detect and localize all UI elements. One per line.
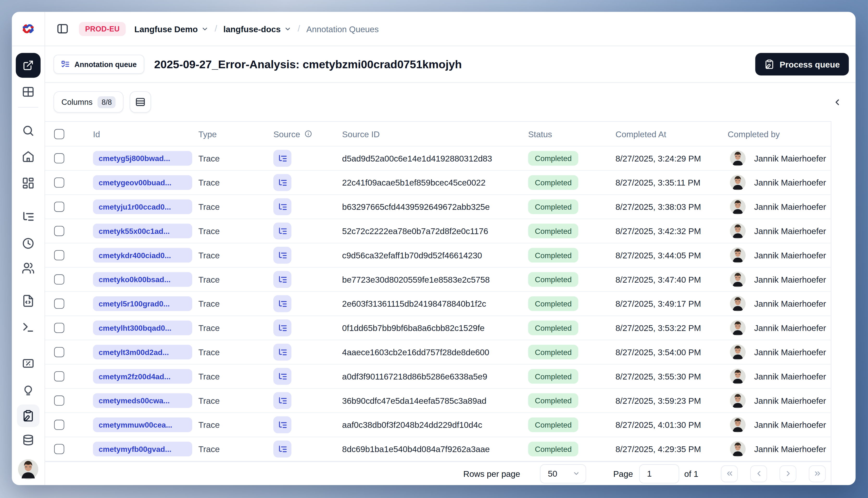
completed-by-avatar [730,272,746,287]
row-checkbox[interactable] [54,371,64,381]
item-id-badge[interactable]: cmetyg5j800bwad... [93,151,192,166]
table-row[interactable]: cmetymyfb00gvad... Trace 8dc69b1ba1e540b… [45,437,831,461]
sidebar-item-insights[interactable] [22,384,35,397]
status-badge: Completed [528,442,578,456]
status-badge: Completed [528,248,578,262]
sidebar-item-users[interactable] [22,262,35,275]
item-id-badge[interactable]: cmetykdr400ciad0... [93,248,192,262]
sidebar-item-home[interactable] [22,150,35,163]
trace-source-button[interactable] [273,368,292,385]
item-id-badge[interactable]: cmetyju1r00ccad0... [93,199,192,214]
sidebar-item-evaluators[interactable] [22,357,35,370]
collapse-panel-button[interactable] [829,93,845,110]
search-icon [22,124,35,137]
row-checkbox[interactable] [54,202,64,212]
item-id-badge[interactable]: cmetylht300bqad0... [93,320,192,335]
sidebar-item-datasets[interactable] [22,434,35,447]
previous-page-button[interactable] [750,465,767,482]
page-number-input[interactable] [639,464,679,483]
completed-by-avatar [730,417,746,433]
table-row[interactable]: cmetylht300bqad0... Trace 0f1dd65b7bb9bf… [45,316,831,340]
environment-badge[interactable]: PROD-EU [79,22,126,36]
pagination-bar: Rows per page 50 Page of 1 [45,461,831,485]
sidebar-item-tables[interactable] [22,85,35,98]
table-row[interactable]: cmetyk55x00c1ad... Trace 52c72c2222ea78e… [45,219,831,244]
trace-source-button[interactable] [273,150,292,167]
rows-per-page-label: Rows per page [463,469,520,478]
status-badge: Completed [528,199,578,214]
trace-source-button[interactable] [273,223,292,239]
table-row[interactable]: cmetyko0k00bsad... Trace be7723e30d80205… [45,267,831,292]
trace-source-button[interactable] [273,416,292,433]
sidebar-item-annotation-queues[interactable] [17,405,39,427]
organization-selector[interactable]: Langfuse Demo [134,24,208,34]
trace-source-button[interactable] [273,344,292,361]
trace-source-button[interactable] [273,319,292,336]
trace-source-button[interactable] [273,174,292,191]
table-row[interactable]: cmetygeov00buad... Trace 22c41f09acae5b1… [45,171,831,195]
completed-by-name: Jannik Maierhoefer [754,299,826,309]
sidebar-item-sessions[interactable] [22,237,35,250]
row-checkbox[interactable] [54,226,64,236]
completed-by-name: Jannik Maierhoefer [754,275,826,284]
next-page-button[interactable] [779,465,796,482]
item-id-badge[interactable]: cmetymeds00cwa... [93,393,192,408]
main-content: PROD-EU Langfuse Demo / langfuse-docs / … [45,12,856,485]
row-checkbox[interactable] [54,250,64,260]
trace-source-button[interactable] [273,392,292,409]
item-id-badge[interactable]: cmetyko0k00bsad... [93,272,192,287]
item-type: Trace [198,178,220,187]
sidebar-item-tracing[interactable] [22,211,35,224]
item-id-badge[interactable]: cmetylt3m00d2ad... [93,345,192,359]
table-row[interactable]: cmetylt3m00d2ad... Trace 4aaece1603cb2e1… [45,340,831,365]
item-id-badge[interactable]: cmetyl5r100grad0... [93,296,192,311]
row-checkbox[interactable] [54,178,64,187]
completed-by-avatar [730,296,746,312]
item-id-badge[interactable]: cmetymyfb00gvad... [93,442,192,456]
table-row[interactable]: cmetyg5j800bwad... Trace d5ad9d52a00c6e1… [45,146,831,171]
source-id: 0f1dd65b7bb9bf6ba8a6cbb82c1529fe [342,323,484,333]
select-all-checkbox[interactable] [54,129,64,139]
row-checkbox[interactable] [54,274,64,285]
sidebar-item-playground[interactable] [22,321,35,334]
info-icon[interactable] [304,130,312,138]
row-height-icon [135,96,146,108]
columns-button[interactable]: Columns 8/8 [54,91,124,113]
sidebar-toggle-button[interactable] [56,23,69,35]
item-id-badge[interactable]: cmetygeov00buad... [93,175,192,190]
table-row[interactable]: cmetymmuw00cea... Trace aaf0c38db0f3f204… [45,413,831,437]
table-row[interactable]: cmetyju1r00ccad0... Trace b63297665cfd44… [45,195,831,219]
row-checkbox[interactable] [54,396,64,406]
status-badge: Completed [528,320,578,335]
rows-per-page-select[interactable]: 50 [540,464,586,483]
row-checkbox[interactable] [54,347,64,357]
project-selector[interactable]: langfuse-docs [223,24,292,34]
profile-avatar[interactable] [18,459,38,479]
table-row[interactable]: cmetymeds00cwa... Trace 36b90cdfc47e5da1… [45,389,831,413]
row-checkbox[interactable] [54,420,64,430]
last-page-button[interactable] [809,465,826,482]
table-row[interactable]: cmetym2fz00d4ad... Trace a0df3f901167218… [45,365,831,389]
row-checkbox[interactable] [54,444,64,454]
row-checkbox[interactable] [54,323,64,333]
trace-source-button[interactable] [273,271,292,288]
sidebar-item-search[interactable] [22,124,35,137]
table-row[interactable]: cmetykdr400ciad0... Trace c9d56ca32efaff… [45,244,831,268]
trace-source-button[interactable] [273,247,292,264]
item-id-badge[interactable]: cmetymmuw00cea... [93,418,192,432]
trace-source-button[interactable] [273,198,292,215]
completed-by-avatar [730,199,746,215]
item-id-badge[interactable]: cmetym2fz00d4ad... [93,369,192,384]
trace-source-button[interactable] [273,441,292,457]
row-checkbox[interactable] [54,153,64,163]
process-queue-button[interactable]: Process queue [755,53,849,76]
row-checkbox[interactable] [54,299,64,309]
table-row[interactable]: cmetyl5r100grad0... Trace 2e603f31361115… [45,292,831,316]
sidebar-item-dashboards[interactable] [22,176,35,189]
row-height-button[interactable] [130,91,151,113]
first-page-button[interactable] [721,465,738,482]
sidebar-item-prompts[interactable] [22,294,35,307]
open-external-button[interactable] [16,53,41,78]
trace-source-button[interactable] [273,295,292,312]
item-id-badge[interactable]: cmetyk55x00c1ad... [93,224,192,238]
